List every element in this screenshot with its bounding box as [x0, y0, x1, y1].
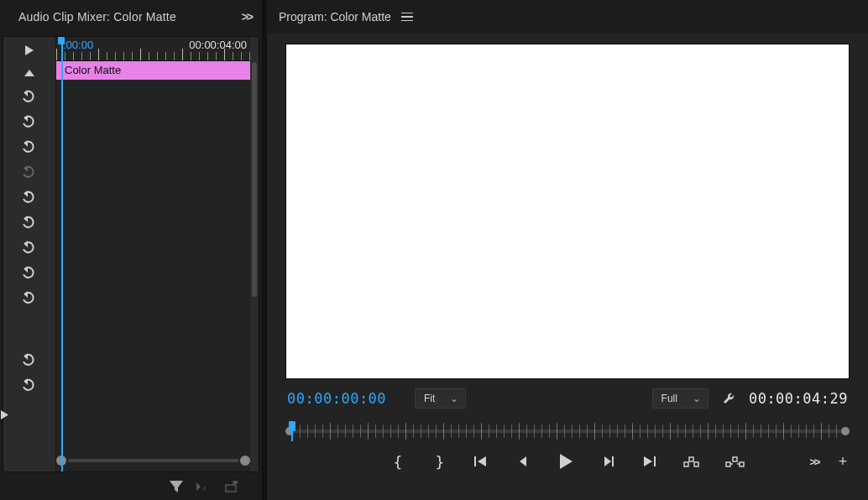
panel-expand-icon[interactable]: >>	[227, 10, 252, 23]
left-timeline[interactable]: :00:00 00:00:04:00 Color Matte	[56, 37, 250, 471]
svg-rect-33	[733, 457, 737, 461]
play-icon[interactable]	[1, 409, 8, 422]
zoom-select-label: Fit	[424, 393, 435, 404]
svg-rect-28	[684, 462, 688, 466]
svg-marker-10	[24, 291, 28, 298]
program-monitor-display[interactable]	[285, 44, 850, 379]
scrub-zoom-right[interactable]	[841, 427, 850, 435]
left-panel-title: Audio Clip Mixer: Color Matte	[18, 10, 176, 23]
svg-marker-5	[24, 165, 28, 172]
effect-controls-panel: Audio Clip Mixer: Color Matte >>	[0, 0, 262, 500]
program-scrub-bar[interactable]	[285, 419, 850, 443]
svg-marker-6	[24, 190, 28, 197]
svg-marker-26	[644, 456, 652, 466]
svg-rect-31	[726, 462, 730, 466]
button-editor-overflow-icon[interactable]: >>	[806, 453, 823, 470]
program-title: Program: Color Matte	[279, 10, 391, 23]
left-horizontal-scrollbar[interactable]	[56, 455, 250, 466]
clip-label: Color Matte	[65, 64, 121, 76]
go-to-in-button[interactable]	[473, 453, 490, 470]
svg-marker-12	[24, 378, 28, 385]
program-monitor-panel: Program: Color Matte 00:00:00:00 Fit ⌄ F…	[267, 0, 868, 500]
quality-select-label: Full	[661, 393, 677, 404]
step-forward-button[interactable]	[599, 453, 616, 470]
svg-rect-32	[740, 462, 744, 466]
play-icon[interactable]	[25, 45, 34, 58]
svg-rect-27	[654, 456, 656, 466]
svg-marker-3	[24, 115, 28, 122]
svg-marker-15	[196, 482, 201, 491]
reset-icon[interactable]	[22, 213, 37, 232]
program-info-row: 00:00:00:00 Fit ⌄ Full ⌄ 00:00:04:29	[267, 384, 868, 413]
reset-icon[interactable]	[22, 87, 37, 106]
svg-rect-19	[474, 456, 476, 466]
timecode-out: 00:00:04:29	[749, 390, 848, 407]
svg-marker-13	[1, 410, 8, 419]
svg-marker-23	[560, 454, 573, 469]
svg-marker-24	[604, 456, 611, 466]
play-button[interactable]	[557, 453, 574, 470]
playhead-marker[interactable]	[289, 421, 295, 431]
svg-marker-21	[520, 456, 526, 466]
svg-marker-2	[24, 90, 28, 96]
play-only-audio-icon: ♪	[196, 481, 212, 495]
reset-icon[interactable]	[22, 376, 37, 394]
svg-marker-1	[24, 70, 34, 76]
reset-icon[interactable]	[22, 238, 37, 257]
export-icon	[225, 481, 238, 495]
svg-marker-20	[478, 456, 486, 466]
filter-icon[interactable]	[170, 481, 183, 495]
svg-rect-30	[689, 457, 693, 461]
playhead-line	[61, 37, 63, 471]
chevron-down-icon: ⌄	[693, 393, 701, 404]
zoom-select[interactable]: Fit ⌄	[415, 388, 466, 409]
step-back-button[interactable]	[515, 453, 532, 470]
chevron-down-icon: ⌄	[450, 393, 458, 404]
program-header: Program: Color Matte	[267, 0, 868, 34]
timeline-clip[interactable]: Color Matte	[56, 61, 250, 80]
settings-wrench-icon[interactable]	[720, 390, 737, 407]
svg-marker-8	[24, 241, 28, 247]
reset-icon	[22, 163, 37, 181]
svg-marker-7	[24, 216, 28, 222]
timecode-in[interactable]: 00:00:00:00	[287, 390, 415, 407]
mark-out-button[interactable]: }	[431, 453, 448, 470]
reset-icon[interactable]	[22, 188, 37, 206]
svg-marker-4	[24, 140, 28, 147]
mark-in-button[interactable]: {	[390, 453, 406, 470]
svg-marker-0	[25, 45, 34, 55]
effect-row-gutter	[3, 37, 56, 471]
transport-controls: { } >> +	[267, 446, 868, 477]
left-panel-footer: ♪	[0, 475, 262, 500]
svg-rect-25	[612, 456, 614, 466]
go-to-out-button[interactable]	[641, 453, 658, 470]
reset-icon[interactable]	[22, 263, 37, 282]
quality-select[interactable]: Full ⌄	[652, 388, 709, 409]
svg-rect-17	[226, 485, 236, 492]
extract-button[interactable]	[725, 453, 745, 470]
left-panel-header: Audio Clip Mixer: Color Matte >>	[0, 0, 262, 34]
left-vertical-scrollbar[interactable]	[250, 37, 259, 471]
svg-marker-11	[24, 353, 28, 360]
left-time-ruler[interactable]: :00:00 00:00:04:00	[56, 37, 250, 61]
reset-icon[interactable]	[22, 138, 37, 156]
svg-marker-14	[170, 481, 183, 492]
panel-menu-icon[interactable]	[401, 13, 413, 22]
add-button-icon[interactable]: +	[834, 453, 851, 470]
svg-rect-29	[694, 462, 698, 466]
reset-icon[interactable]	[22, 351, 37, 369]
reset-icon[interactable]	[22, 112, 37, 131]
collapse-up-icon[interactable]	[24, 66, 34, 79]
reset-icon[interactable]	[22, 289, 37, 307]
lift-button[interactable]	[683, 453, 700, 470]
svg-text:♪: ♪	[202, 483, 207, 492]
svg-marker-9	[24, 266, 28, 273]
